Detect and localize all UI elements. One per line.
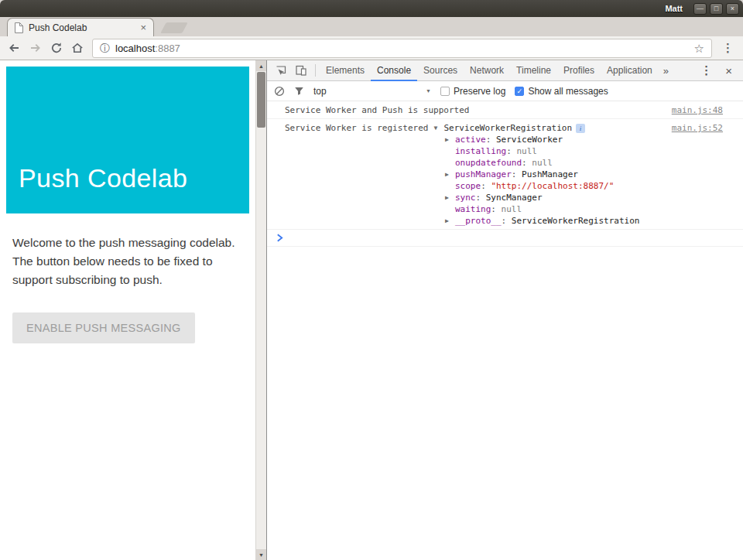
more-tabs-icon[interactable]: »: [659, 65, 673, 77]
browser-window: Matt — □ × Push Codelab × ⓘ local: [0, 0, 743, 560]
show-all-messages-checkbox[interactable]: ✓ Show all messages: [515, 86, 608, 97]
property-name: installing: [455, 146, 506, 156]
scroll-up-icon[interactable]: ▲: [256, 60, 266, 71]
preserve-log-label: Preserve log: [454, 86, 505, 97]
intro-text: Welcome to the push messaging codelab. T…: [12, 234, 246, 289]
console-message-row: Service Worker is registered▼ServiceWork…: [267, 119, 743, 230]
object-class-name[interactable]: ServiceWorkerRegistration: [443, 123, 572, 133]
url-text: localhost:8887: [115, 43, 180, 54]
url-port: :8887: [155, 43, 180, 54]
show-all-messages-label: Show all messages: [528, 86, 608, 97]
devtools-menu-icon[interactable]: ⋮: [694, 63, 718, 77]
bookmark-star-icon[interactable]: ☆: [694, 43, 704, 54]
console-prompt[interactable]: [267, 230, 743, 247]
object-property-row[interactable]: scope: "http://localhost:8887/": [445, 180, 664, 192]
object-property-row[interactable]: ▶pushManager: PushManager: [445, 169, 664, 180]
page-hero: Push Codelab: [6, 67, 249, 213]
console-prompt-icon: [276, 234, 283, 242]
window-minimize-button[interactable]: —: [693, 3, 707, 15]
property-name: active: [455, 135, 486, 145]
clear-console-icon[interactable]: [274, 86, 285, 97]
back-icon[interactable]: [7, 41, 21, 55]
tab-application[interactable]: Application: [601, 60, 659, 81]
object-property-row[interactable]: waiting: null: [445, 203, 664, 215]
session-user-label[interactable]: Matt: [665, 4, 683, 13]
tab-console[interactable]: Console: [371, 60, 417, 81]
devtools-close-icon[interactable]: ×: [718, 64, 739, 77]
page-info-icon[interactable]: ⓘ: [100, 43, 110, 53]
execution-context-select[interactable]: top ▼: [313, 86, 431, 97]
web-page: Push Codelab Welcome to the push messagi…: [0, 60, 266, 560]
property-value: null: [502, 204, 522, 214]
property-value: SyncManager: [486, 193, 543, 203]
context-value: top: [313, 86, 327, 97]
object-property-row[interactable]: ▶sync: SyncManager: [445, 192, 664, 203]
property-name: __proto__: [455, 216, 502, 226]
page-body: Push Codelab Welcome to the push messagi…: [0, 60, 266, 350]
tab-timeline[interactable]: Timeline: [510, 60, 557, 81]
property-value: ServiceWorker: [496, 135, 563, 145]
expand-arrow-icon[interactable]: ▶: [445, 215, 455, 227]
inspect-element-icon[interactable]: [271, 64, 291, 77]
new-tab-button[interactable]: [160, 22, 187, 33]
toolbar-divider: [315, 64, 316, 77]
url-host: localhost: [115, 43, 155, 54]
browser-tab[interactable]: Push Codelab ×: [7, 18, 154, 36]
browser-menu-icon[interactable]: ⋮: [720, 41, 736, 55]
filter-icon[interactable]: [294, 86, 304, 96]
tab-close-icon[interactable]: ×: [139, 22, 148, 32]
console-toolbar: top ▼ Preserve log ✓ Show all messages: [267, 81, 743, 101]
tab-title: Push Codelab: [29, 22, 134, 33]
expand-arrow-icon[interactable]: ▶: [445, 192, 455, 203]
object-property-row[interactable]: ▶__proto__: ServiceWorkerRegistration: [445, 215, 664, 227]
tab-strip: Push Codelab ×: [0, 17, 743, 36]
browser-toolbar: ⓘ localhost:8887 ☆ ⋮: [0, 36, 743, 60]
object-property-row[interactable]: onupdatefound: null: [445, 157, 664, 169]
scroll-down-icon[interactable]: ▼: [256, 549, 266, 560]
property-name: onupdatefound: [455, 158, 522, 168]
property-value: null: [532, 158, 553, 168]
expand-arrow-icon[interactable]: ▶: [445, 134, 455, 145]
window-close-button[interactable]: ×: [726, 3, 739, 15]
source-link[interactable]: main.js:52: [672, 122, 723, 134]
collapse-arrow-icon[interactable]: ▼: [433, 122, 443, 134]
tab-network[interactable]: Network: [464, 60, 510, 81]
scrollbar-thumb[interactable]: [257, 72, 265, 128]
source-link[interactable]: main.js:48: [672, 104, 723, 116]
preserve-log-checkbox[interactable]: Preserve log: [440, 86, 505, 97]
console-message-text: Service Worker and Push is supported: [285, 104, 664, 116]
console-message-row: Service Worker and Push is supported mai…: [267, 101, 743, 119]
forward-icon[interactable]: [29, 41, 43, 55]
dropdown-arrow-icon: ▼: [426, 88, 431, 94]
tab-elements[interactable]: Elements: [320, 60, 371, 81]
page-scrollbar[interactable]: ▲ ▼: [255, 60, 266, 560]
os-titlebar: Matt — □ ×: [0, 0, 743, 17]
object-property-row[interactable]: ▶active: ServiceWorker: [445, 134, 664, 145]
property-value: null: [516, 146, 537, 156]
tab-profiles[interactable]: Profiles: [557, 60, 601, 81]
url-bar[interactable]: ⓘ localhost:8887 ☆: [92, 39, 712, 58]
devtools-panel: Elements Console Sources Network Timelin…: [266, 60, 743, 560]
content-area: Push Codelab Welcome to the push messagi…: [0, 60, 743, 560]
object-property-row[interactable]: installing: null: [445, 145, 664, 157]
console-message-text: Service Worker is registered: [285, 123, 428, 133]
property-value: "http://localhost:8887/": [491, 181, 614, 191]
console-log[interactable]: Service Worker and Push is supported mai…: [267, 101, 743, 560]
property-name: waiting: [455, 204, 491, 214]
object-info-icon[interactable]: i: [576, 124, 585, 133]
checkbox-checked-icon[interactable]: ✓: [515, 87, 524, 96]
property-name: pushManager: [455, 169, 512, 179]
tab-sources[interactable]: Sources: [417, 60, 464, 81]
reload-icon[interactable]: [50, 42, 63, 54]
property-name: sync: [455, 193, 476, 203]
expand-arrow-icon[interactable]: ▶: [445, 169, 455, 180]
property-name: scope: [455, 181, 481, 191]
device-toolbar-icon[interactable]: [291, 64, 311, 77]
devtools-tabbar: Elements Console Sources Network Timelin…: [267, 60, 743, 81]
checkbox-unchecked-icon[interactable]: [440, 87, 450, 96]
home-icon[interactable]: [70, 41, 84, 55]
window-maximize-button[interactable]: □: [710, 3, 723, 15]
property-value: ServiceWorkerRegistration: [512, 216, 640, 226]
page-title: Push Codelab: [19, 163, 187, 193]
enable-push-button[interactable]: ENABLE PUSH MESSAGING: [12, 312, 195, 343]
